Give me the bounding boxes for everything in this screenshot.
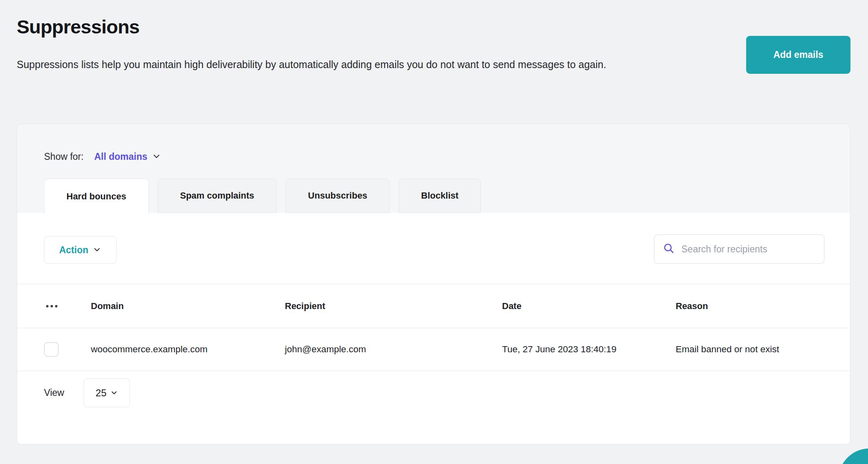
column-header-date: Date [502,301,676,312]
tab-spam-complaints[interactable]: Spam complaints [158,179,277,213]
bulk-actions-column[interactable] [17,305,91,307]
cell-reason: Email banned or not exist [676,344,850,355]
page-description: Suppressions lists help you maintain hig… [17,55,606,74]
domain-filter-row: Show for: All domains [44,148,161,166]
table-footer: View 25 [17,371,850,415]
suppressions-table: Domain Recipient Date Reason woocommerce… [17,284,850,371]
suppression-tabs: Hard bounces Spam complaints Unsubscribe… [44,179,490,213]
domain-filter-dropdown[interactable]: All domains [94,150,161,164]
row-checkbox[interactable] [44,342,59,357]
suppressions-card: Show for: All domains Hard bounces Spam … [17,124,850,444]
column-header-recipient: Recipient [285,301,502,312]
domain-filter-value: All domains [94,151,147,162]
tab-hard-bounces[interactable]: Hard bounces [44,179,149,214]
page-title: Suppressions [17,15,139,38]
show-for-label: Show for: [44,151,84,162]
ellipsis-icon [44,305,57,307]
tab-panel-hard-bounces: Action Domain Recipient Date [17,213,850,444]
search-icon [663,242,675,256]
chevron-down-icon [152,151,161,164]
action-dropdown[interactable]: Action [44,236,117,264]
chevron-down-icon [93,245,101,256]
action-dropdown-label: Action [59,245,88,256]
column-header-domain: Domain [91,301,285,312]
tab-unsubscribes[interactable]: Unsubscribes [286,179,390,213]
table-row: woocommerce.example.com john@example.com… [17,328,850,371]
cell-date: Tue, 27 June 2023 18:40:19 [502,344,676,355]
table-header-row: Domain Recipient Date Reason [17,284,850,328]
view-label: View [44,387,64,398]
search-box [654,234,824,264]
search-input[interactable] [681,244,817,255]
chat-widget-button[interactable] [839,449,868,464]
per-page-select[interactable]: 25 [84,378,130,407]
cell-recipient: john@example.com [285,344,502,355]
per-page-value: 25 [96,387,107,399]
cell-domain: woocommerce.example.com [91,344,285,355]
add-emails-button[interactable]: Add emails [746,36,850,74]
column-header-reason: Reason [676,301,850,312]
tab-blocklist[interactable]: Blocklist [399,179,481,213]
chevron-down-icon [110,388,118,399]
